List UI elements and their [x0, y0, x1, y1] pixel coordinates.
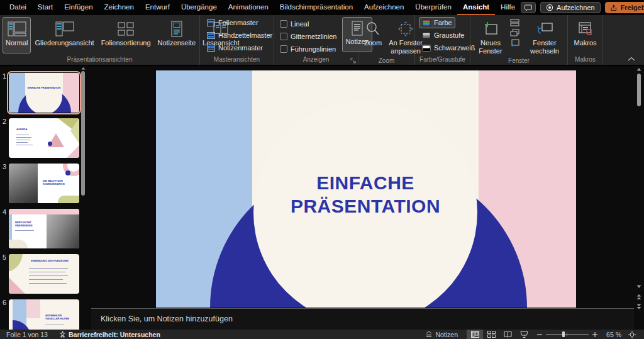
editor-scrollbar-thumb[interactable] [637, 74, 641, 106]
new-window-button[interactable]: Neues Fenster [473, 17, 508, 57]
slide-master-button[interactable]: Folienmaster [204, 17, 262, 28]
macros-button-label: Makros [574, 39, 596, 47]
slide-thumbnail-5[interactable]: EINBINDUNG DES PUBLIKUMS [9, 254, 79, 294]
title-bar: Datei Start Einfügen Zeichnen Entwurf Üb… [0, 0, 644, 15]
menu-zeichnen[interactable]: Zeichnen [99, 0, 140, 15]
menu-uebergaenge[interactable]: Übergänge [175, 0, 223, 15]
notes-pane[interactable]: Klicken Sie, um Notizen hinzuzufügen [91, 308, 634, 330]
notes-page-button[interactable]: Notizenseite [155, 17, 199, 53]
notes-panel-toggle[interactable]: Notizen [416, 331, 467, 338]
outline-view-icon [55, 21, 74, 37]
scroll-down-icon[interactable] [636, 285, 641, 289]
thumb-photo [47, 214, 79, 248]
normal-view-button[interactable]: Normal [3, 17, 31, 53]
slide-canvas[interactable]: EINFACHE PRÄSENTATION [156, 70, 576, 308]
gridlines-checkbox[interactable] [280, 33, 287, 40]
menu-ansicht[interactable]: Ansicht [457, 0, 495, 15]
view-reading-button[interactable] [499, 330, 516, 339]
menu-datei[interactable]: Datei [4, 0, 32, 15]
slide-thumbnail-3[interactable]: DIE MACHT DER KOMMUNIKATION [9, 164, 79, 203]
fit-to-window-icon [397, 21, 414, 37]
accessibility-check[interactable]: Barrierefreiheit: Untersuchen [59, 331, 160, 338]
zoom-slider[interactable] [546, 331, 589, 338]
dialog-launcher-icon[interactable] [350, 58, 356, 64]
magnifier-icon [365, 21, 381, 37]
group-label-macros: Makros [568, 55, 602, 65]
grayscale-button[interactable]: Graustufe [419, 30, 467, 41]
group-presentation-views: Normal Gliederungsansicht Foliensortieru… [0, 15, 200, 65]
menu-aufzeichnen[interactable]: Aufzeichnen [358, 0, 409, 15]
slide-sorter-button[interactable]: Foliensortierung [98, 17, 154, 53]
zoom-percentage[interactable]: 65 % [602, 331, 624, 338]
slide-thumbnail-6[interactable]: AUSWÄHLEN VISUELLER HILFEN [9, 299, 79, 330]
notes-placeholder[interactable]: Klicken Sie, um Notizen hinzuzufügen [91, 309, 634, 323]
thumb-title: DIE MACHT DER KOMMUNIKATION [43, 180, 70, 186]
zoom-out-icon[interactable] [537, 332, 542, 337]
notes-master-button[interactable]: Notizenmaster [204, 42, 266, 53]
zoom-slider-thumb[interactable] [562, 331, 565, 337]
share-button[interactable]: Freigeben [605, 2, 644, 13]
outline-view-button[interactable]: Gliederungsansicht [31, 17, 97, 53]
previous-slide-icon[interactable] [636, 294, 641, 300]
slide-title[interactable]: EINFACHE PRÄSENTATION [253, 171, 477, 218]
guides-checkbox-row[interactable]: Führungslinien [277, 43, 340, 55]
view-normal-button[interactable] [467, 330, 483, 339]
handout-master-icon [207, 32, 215, 39]
zoom-button[interactable]: Zoom [361, 17, 385, 53]
scroll-up-icon[interactable] [636, 67, 641, 71]
zoom-button-label: Zoom [364, 39, 382, 47]
editor-area: 1 2 3 4 5 6 EINFACHE PRÄSENTATION AGENDA [0, 66, 644, 330]
group-label-color-grayscale: Farbe/Graustufe [415, 55, 470, 65]
move-split-icon[interactable] [510, 39, 519, 47]
cascade-windows-icon[interactable] [510, 29, 519, 36]
thumb-number: 1 [3, 72, 9, 80]
normal-view-label: Normal [6, 39, 28, 47]
ruler-checkbox-row[interactable]: Lineal [277, 18, 340, 30]
blackwhite-icon [422, 45, 431, 52]
zoom-in-icon[interactable] [592, 332, 597, 337]
thumbnail-scrollbar-thumb[interactable] [81, 71, 85, 196]
group-macros: Makros Makros [568, 15, 603, 65]
thumb-title: NERVOSITÄT ÜBERWINDEN [15, 221, 40, 228]
blackwhite-button[interactable]: Schwarzweiß [419, 42, 478, 53]
group-master-views: Folienmaster Handzettelmaster Notizenmas… [200, 15, 274, 65]
color-button[interactable]: Farbe [419, 17, 455, 28]
record-button[interactable]: Aufzeichnen [540, 2, 601, 13]
slide-thumbnail-1[interactable]: EINFACHE PRÄSENTATION [9, 73, 79, 113]
new-window-label: Neues Fenster [476, 39, 505, 55]
outline-view-label: Gliederungsansicht [35, 39, 94, 47]
handout-master-label: Handzettelmaster [218, 31, 272, 39]
fit-slide-to-window-button[interactable] [624, 330, 640, 339]
arrange-all-icon[interactable] [510, 19, 519, 26]
collapse-ribbon-icon[interactable] [628, 57, 635, 61]
handout-master-button[interactable]: Handzettelmaster [204, 30, 275, 41]
next-slide-icon[interactable] [636, 304, 641, 310]
thumb-title: EINFACHE PRÄSENTATION [26, 87, 62, 90]
gridlines-checkbox-row[interactable]: Gitternetzlinien [277, 31, 340, 42]
comments-button[interactable] [521, 2, 536, 13]
macros-button[interactable]: Makros [570, 17, 599, 53]
notes-master-label: Notizenmaster [218, 44, 263, 52]
notes-page-icon [170, 21, 184, 37]
slide-thumbnail-4[interactable]: NERVOSITÄT ÜBERWINDEN [9, 209, 79, 248]
share-button-label: Freigeben [621, 4, 644, 11]
slide-thumbnail-2[interactable]: AGENDA [9, 118, 79, 158]
view-slideshow-button[interactable] [516, 330, 532, 339]
menu-start[interactable]: Start [32, 0, 58, 15]
ruler-checkbox[interactable] [280, 20, 287, 28]
menu-einfuegen[interactable]: Einfügen [58, 0, 98, 15]
notes-panel-label: Notizen [435, 331, 458, 338]
view-sorter-button[interactable] [483, 330, 499, 339]
menu-hilfe[interactable]: Hilfe [495, 0, 521, 15]
group-label-zoom: Zoom [358, 57, 414, 65]
menu-entwurf[interactable]: Entwurf [140, 0, 175, 15]
guides-checkbox[interactable] [280, 45, 287, 53]
macros-icon [577, 21, 594, 37]
slide-master-icon [207, 19, 215, 26]
thumb-scroll-up-icon[interactable] [81, 67, 86, 70]
switch-window-button[interactable]: Fenster wechseln [525, 17, 564, 57]
menu-bildschirmpraesentation[interactable]: Bildschirmpräsentation [274, 0, 358, 15]
menu-ueberpruefen[interactable]: Überprüfen [409, 0, 457, 15]
grayscale-icon [422, 32, 431, 39]
menu-animationen[interactable]: Animationen [223, 0, 274, 15]
